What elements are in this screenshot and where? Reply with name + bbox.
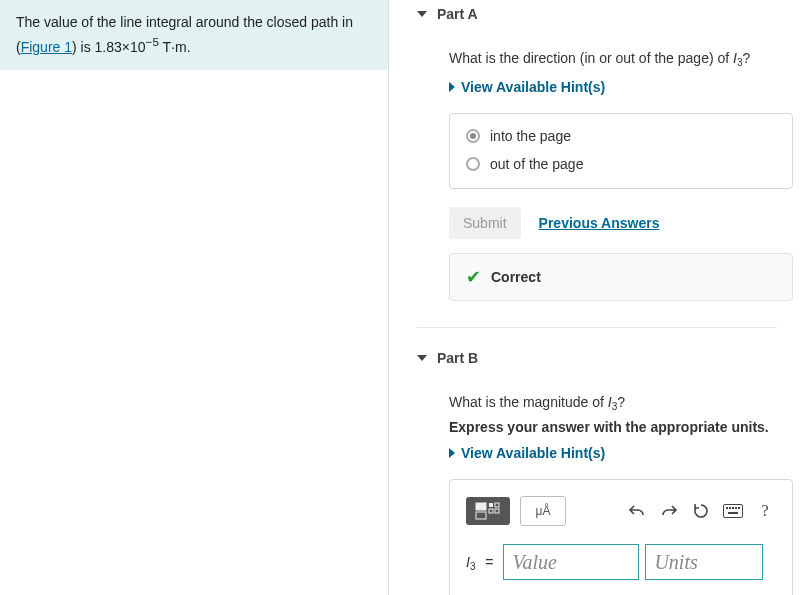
answer-variable: I3 [466, 554, 475, 570]
templates-icon [475, 502, 501, 520]
svg-rect-12 [728, 512, 738, 514]
prompt-exponent: −5 [146, 35, 159, 48]
part-a-options: into the page out of the page [449, 113, 793, 189]
keyboard-button[interactable] [722, 500, 744, 522]
part-b-question: What is the magnitude of I3? [449, 392, 777, 413]
radio-icon [466, 157, 480, 171]
part-a-label: Part A [437, 6, 478, 22]
value-input[interactable]: Value [503, 544, 639, 580]
part-b-header[interactable]: Part B [417, 344, 777, 374]
radio-icon [466, 129, 480, 143]
keyboard-icon [723, 504, 743, 518]
svg-rect-1 [476, 512, 486, 519]
chevron-right-icon [449, 82, 455, 92]
svg-rect-4 [489, 509, 493, 513]
svg-rect-8 [729, 507, 731, 509]
hints-label: View Available Hint(s) [461, 445, 605, 461]
prompt-units: T·m. [159, 39, 191, 55]
templates-button[interactable] [466, 497, 510, 525]
part-a-hints-toggle[interactable]: View Available Hint(s) [449, 79, 777, 95]
previous-answers-link[interactable]: Previous Answers [539, 215, 660, 231]
svg-rect-6 [724, 505, 743, 518]
equals-sign: = [481, 554, 497, 570]
prompt-text-2: ) is 1.83×10 [72, 39, 146, 55]
part-divider [417, 327, 777, 328]
part-b-label: Part B [437, 350, 478, 366]
part-a-question: What is the direction (in or out of the … [449, 48, 777, 69]
problem-prompt: The value of the line integral around th… [0, 0, 388, 70]
chevron-right-icon [449, 448, 455, 458]
redo-button[interactable] [658, 500, 680, 522]
units-input[interactable]: Units [645, 544, 763, 580]
check-icon: ✔ [466, 268, 481, 286]
special-chars-button[interactable]: μÅ [520, 496, 566, 526]
svg-rect-0 [476, 503, 486, 510]
svg-rect-5 [495, 509, 499, 513]
part-b-hints-toggle[interactable]: View Available Hint(s) [449, 445, 777, 461]
svg-rect-11 [738, 507, 740, 509]
svg-rect-3 [495, 503, 499, 507]
option-out-of-page[interactable]: out of the page [466, 156, 776, 172]
option-label: out of the page [490, 156, 583, 172]
option-into-page[interactable]: into the page [466, 128, 776, 144]
option-label: into the page [490, 128, 571, 144]
hints-label: View Available Hint(s) [461, 79, 605, 95]
answer-toolbar: μÅ ? [466, 496, 776, 526]
chevron-down-icon [417, 11, 427, 17]
part-a-header[interactable]: Part A [417, 0, 777, 30]
undo-button[interactable] [626, 500, 648, 522]
part-a-feedback: ✔ Correct [449, 253, 793, 301]
part-b-answer-box: μÅ ? I3 [449, 479, 793, 595]
svg-rect-10 [735, 507, 737, 509]
figure-link[interactable]: Figure 1 [21, 39, 72, 55]
svg-rect-7 [726, 507, 728, 509]
feedback-text: Correct [491, 269, 541, 285]
undo-icon [628, 503, 646, 519]
svg-rect-2 [489, 503, 493, 507]
chevron-down-icon [417, 355, 427, 361]
submit-button[interactable]: Submit [449, 207, 521, 239]
redo-icon [660, 503, 678, 519]
reset-icon [692, 502, 710, 520]
reset-button[interactable] [690, 500, 712, 522]
help-button[interactable]: ? [754, 500, 776, 522]
svg-rect-9 [732, 507, 734, 509]
part-b-instructions: Express your answer with the appropriate… [449, 419, 777, 435]
